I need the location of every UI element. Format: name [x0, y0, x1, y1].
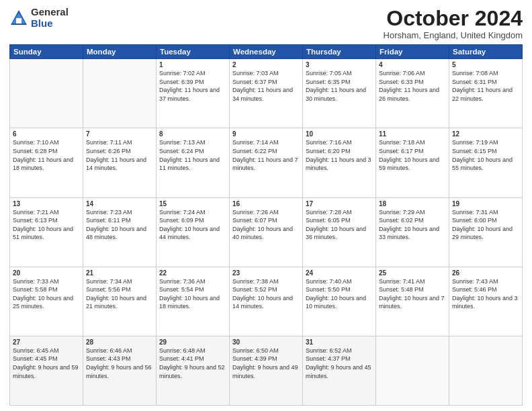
- logo-general: General: [31, 7, 69, 18]
- day-number: 27: [13, 338, 80, 346]
- calendar-body: 1Sunrise: 7:02 AM Sunset: 6:39 PM Daylig…: [10, 59, 523, 406]
- day-cell: [449, 336, 523, 405]
- day-cell: [10, 59, 83, 128]
- day-info: Sunrise: 7:19 AM Sunset: 6:15 PM Dayligh…: [452, 138, 519, 172]
- day-cell: 21Sunrise: 7:34 AM Sunset: 5:56 PM Dayli…: [83, 267, 157, 336]
- day-cell: 9Sunrise: 7:14 AM Sunset: 6:22 PM Daylig…: [230, 128, 303, 197]
- day-info: Sunrise: 7:26 AM Sunset: 6:07 PM Dayligh…: [232, 208, 300, 242]
- day-info: Sunrise: 7:33 AM Sunset: 5:58 PM Dayligh…: [13, 277, 80, 311]
- day-number: 12: [452, 130, 519, 138]
- day-info: Sunrise: 7:06 AM Sunset: 6:33 PM Dayligh…: [379, 69, 446, 103]
- day-number: 7: [86, 130, 153, 138]
- day-number: 18: [379, 200, 446, 208]
- calendar: SundayMondayTuesdayWednesdayThursdayFrid…: [9, 44, 523, 406]
- day-info: Sunrise: 7:29 AM Sunset: 6:02 PM Dayligh…: [379, 208, 446, 242]
- day-info: Sunrise: 7:03 AM Sunset: 6:37 PM Dayligh…: [232, 69, 300, 103]
- day-cell: 15Sunrise: 7:24 AM Sunset: 6:09 PM Dayli…: [157, 197, 230, 267]
- logo-text: General Blue: [31, 7, 69, 29]
- week-row-4: 27Sunrise: 6:45 AM Sunset: 4:45 PM Dayli…: [10, 336, 523, 405]
- day-number: 31: [306, 338, 373, 346]
- day-info: Sunrise: 7:43 AM Sunset: 5:46 PM Dayligh…: [452, 277, 519, 311]
- day-cell: 31Sunrise: 6:52 AM Sunset: 4:37 PM Dayli…: [303, 336, 376, 405]
- header: General Blue October 2024 Horsham, Engla…: [9, 7, 523, 40]
- day-cell: 3Sunrise: 7:05 AM Sunset: 6:35 PM Daylig…: [303, 59, 376, 128]
- day-number: 10: [306, 130, 373, 138]
- day-cell: 28Sunrise: 6:46 AM Sunset: 4:43 PM Dayli…: [83, 336, 157, 405]
- day-number: 28: [86, 338, 153, 346]
- day-cell: 14Sunrise: 7:23 AM Sunset: 6:11 PM Dayli…: [83, 197, 157, 267]
- day-number: 8: [159, 130, 226, 138]
- day-info: Sunrise: 6:50 AM Sunset: 4:39 PM Dayligh…: [232, 347, 300, 380]
- day-cell: 20Sunrise: 7:33 AM Sunset: 5:58 PM Dayli…: [10, 267, 83, 336]
- day-info: Sunrise: 7:08 AM Sunset: 6:31 PM Dayligh…: [452, 69, 519, 103]
- day-cell: 6Sunrise: 7:10 AM Sunset: 6:28 PM Daylig…: [10, 128, 83, 197]
- day-number: 16: [232, 200, 300, 208]
- day-info: Sunrise: 7:36 AM Sunset: 5:54 PM Dayligh…: [159, 277, 226, 311]
- day-cell: 19Sunrise: 7:31 AM Sunset: 6:00 PM Dayli…: [449, 197, 523, 267]
- logo: General Blue: [9, 7, 69, 29]
- day-cell: 18Sunrise: 7:29 AM Sunset: 6:02 PM Dayli…: [376, 197, 449, 267]
- logo-blue: Blue: [31, 18, 69, 30]
- day-cell: 5Sunrise: 7:08 AM Sunset: 6:31 PM Daylig…: [449, 59, 523, 128]
- day-info: Sunrise: 7:38 AM Sunset: 5:52 PM Dayligh…: [232, 277, 300, 311]
- day-number: 25: [379, 269, 446, 277]
- week-row-0: 1Sunrise: 7:02 AM Sunset: 6:39 PM Daylig…: [10, 59, 523, 128]
- day-info: Sunrise: 7:28 AM Sunset: 6:05 PM Dayligh…: [306, 208, 373, 242]
- page: General Blue October 2024 Horsham, Engla…: [0, 0, 532, 411]
- day-info: Sunrise: 7:40 AM Sunset: 5:50 PM Dayligh…: [306, 277, 373, 311]
- day-number: 20: [13, 269, 80, 277]
- day-number: 14: [86, 200, 153, 208]
- day-cell: 4Sunrise: 7:06 AM Sunset: 6:33 PM Daylig…: [376, 59, 449, 128]
- day-info: Sunrise: 7:31 AM Sunset: 6:00 PM Dayligh…: [452, 208, 519, 242]
- day-number: 30: [232, 338, 300, 346]
- day-cell: [83, 59, 157, 128]
- day-cell: 2Sunrise: 7:03 AM Sunset: 6:37 PM Daylig…: [230, 59, 303, 128]
- day-cell: 25Sunrise: 7:41 AM Sunset: 5:48 PM Dayli…: [376, 267, 449, 336]
- day-number: 22: [159, 269, 226, 277]
- day-cell: 26Sunrise: 7:43 AM Sunset: 5:46 PM Dayli…: [449, 267, 523, 336]
- day-info: Sunrise: 7:23 AM Sunset: 6:11 PM Dayligh…: [86, 208, 153, 242]
- weekday-thursday: Thursday: [303, 45, 376, 59]
- day-number: 24: [306, 269, 373, 277]
- day-info: Sunrise: 7:21 AM Sunset: 6:13 PM Dayligh…: [13, 208, 80, 242]
- weekday-friday: Friday: [376, 45, 449, 59]
- weekday-sunday: Sunday: [10, 45, 83, 59]
- day-number: 26: [452, 269, 519, 277]
- day-info: Sunrise: 6:48 AM Sunset: 4:41 PM Dayligh…: [159, 347, 226, 380]
- day-cell: 7Sunrise: 7:11 AM Sunset: 6:26 PM Daylig…: [83, 128, 157, 197]
- weekday-saturday: Saturday: [449, 45, 523, 59]
- day-number: 9: [232, 130, 300, 138]
- weekday-wednesday: Wednesday: [230, 45, 303, 59]
- calendar-header: SundayMondayTuesdayWednesdayThursdayFrid…: [10, 45, 523, 59]
- location: Horsham, England, United Kingdom: [384, 30, 523, 40]
- day-info: Sunrise: 6:45 AM Sunset: 4:45 PM Dayligh…: [13, 347, 80, 380]
- title-block: October 2024 Horsham, England, United Ki…: [384, 7, 523, 40]
- day-number: 11: [379, 130, 446, 138]
- day-info: Sunrise: 7:16 AM Sunset: 6:20 PM Dayligh…: [306, 138, 373, 172]
- weekday-tuesday: Tuesday: [157, 45, 230, 59]
- logo-icon: [9, 9, 28, 28]
- day-info: Sunrise: 7:11 AM Sunset: 6:26 PM Dayligh…: [86, 138, 153, 172]
- day-info: Sunrise: 6:46 AM Sunset: 4:43 PM Dayligh…: [86, 347, 153, 380]
- day-cell: 16Sunrise: 7:26 AM Sunset: 6:07 PM Dayli…: [230, 197, 303, 267]
- day-info: Sunrise: 7:41 AM Sunset: 5:48 PM Dayligh…: [379, 277, 446, 311]
- day-info: Sunrise: 7:14 AM Sunset: 6:22 PM Dayligh…: [232, 138, 300, 172]
- day-cell: 30Sunrise: 6:50 AM Sunset: 4:39 PM Dayli…: [230, 336, 303, 405]
- day-info: Sunrise: 7:18 AM Sunset: 6:17 PM Dayligh…: [379, 138, 446, 172]
- day-info: Sunrise: 7:02 AM Sunset: 6:39 PM Dayligh…: [159, 69, 226, 103]
- day-cell: 13Sunrise: 7:21 AM Sunset: 6:13 PM Dayli…: [10, 197, 83, 267]
- day-cell: 29Sunrise: 6:48 AM Sunset: 4:41 PM Dayli…: [157, 336, 230, 405]
- day-cell: 22Sunrise: 7:36 AM Sunset: 5:54 PM Dayli…: [157, 267, 230, 336]
- day-info: Sunrise: 7:05 AM Sunset: 6:35 PM Dayligh…: [306, 69, 373, 103]
- day-cell: 24Sunrise: 7:40 AM Sunset: 5:50 PM Dayli…: [303, 267, 376, 336]
- day-number: 29: [159, 338, 226, 346]
- day-number: 21: [86, 269, 153, 277]
- week-row-3: 20Sunrise: 7:33 AM Sunset: 5:58 PM Dayli…: [10, 267, 523, 336]
- day-number: 6: [13, 130, 80, 138]
- day-cell: 27Sunrise: 6:45 AM Sunset: 4:45 PM Dayli…: [10, 336, 83, 405]
- svg-rect-2: [16, 18, 21, 24]
- weekday-row: SundayMondayTuesdayWednesdayThursdayFrid…: [10, 45, 523, 59]
- day-cell: [376, 336, 449, 405]
- day-info: Sunrise: 7:24 AM Sunset: 6:09 PM Dayligh…: [159, 208, 226, 242]
- week-row-2: 13Sunrise: 7:21 AM Sunset: 6:13 PM Dayli…: [10, 197, 523, 267]
